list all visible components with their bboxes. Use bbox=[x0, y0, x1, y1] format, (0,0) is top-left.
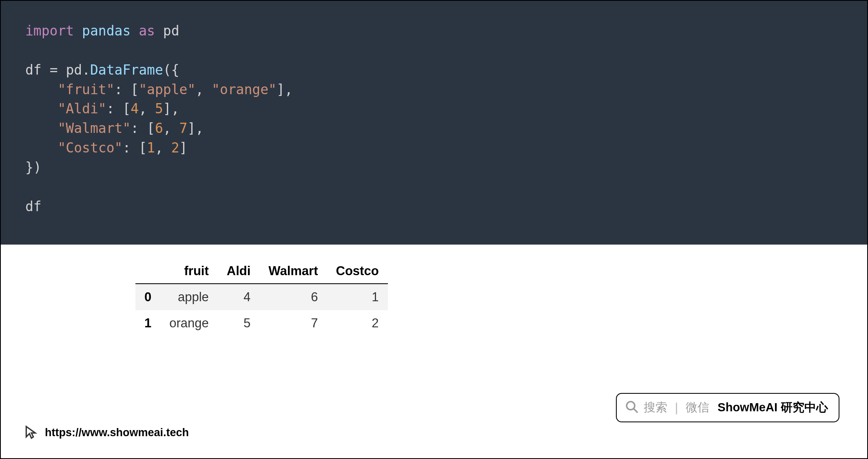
code-line-7: "Costco": [1, 2] bbox=[25, 138, 843, 158]
cell-value: 7 bbox=[259, 310, 327, 336]
code-line-1: import pandas as pd bbox=[25, 21, 843, 41]
number-literal: 5 bbox=[155, 101, 163, 117]
table-row: 1 orange 5 7 2 bbox=[135, 310, 388, 336]
code-line-blank bbox=[25, 177, 843, 197]
string-literal: "apple" bbox=[139, 82, 195, 97]
column-header: fruit bbox=[160, 259, 218, 284]
wechat-label: 微信 bbox=[686, 399, 709, 416]
svg-line-1 bbox=[633, 408, 638, 413]
code-line-10: df bbox=[25, 197, 843, 216]
footer-url: https://www.showmeai.tech bbox=[24, 424, 189, 441]
dict-key: "fruit" bbox=[58, 82, 114, 97]
cursor-pointer-icon bbox=[24, 424, 39, 441]
code-line-5: "Aldi": [4, 5], bbox=[25, 99, 843, 119]
dict-key: "Walmart" bbox=[58, 120, 131, 136]
module-name: pandas bbox=[82, 23, 131, 39]
keyword-import: import bbox=[25, 23, 74, 39]
cell-value: 4 bbox=[218, 284, 260, 310]
search-watermark-box: 搜索 | 微信 ShowMeAI 研究中心 bbox=[616, 393, 839, 422]
number-literal: 6 bbox=[155, 120, 163, 136]
row-index: 1 bbox=[135, 310, 160, 336]
table-row: 0 apple 4 6 1 bbox=[135, 284, 388, 310]
string-literal: "orange" bbox=[212, 82, 277, 97]
row-index: 0 bbox=[135, 284, 160, 310]
code-line-3: df = pd.DataFrame({ bbox=[25, 60, 843, 80]
column-header: Aldi bbox=[218, 259, 260, 284]
cell-value: 5 bbox=[218, 310, 260, 336]
cell-value: 1 bbox=[327, 284, 388, 310]
divider: | bbox=[673, 401, 680, 415]
number-literal: 4 bbox=[131, 101, 139, 117]
dict-key: "Aldi" bbox=[58, 101, 106, 117]
dataframe-output-table: fruit Aldi Walmart Costco 0 apple 4 6 1 … bbox=[135, 259, 388, 336]
code-line-4: "fruit": ["apple", "orange"], bbox=[25, 80, 843, 99]
cell-value: orange bbox=[160, 310, 218, 336]
code-line-blank bbox=[25, 41, 843, 60]
dict-key: "Costco" bbox=[58, 140, 122, 156]
variable: df bbox=[25, 199, 42, 214]
brand-name: ShowMeAI 研究中心 bbox=[717, 399, 828, 416]
code-line-6: "Walmart": [6, 7], bbox=[25, 119, 843, 138]
column-header: Costco bbox=[327, 259, 388, 284]
number-literal: 7 bbox=[179, 120, 188, 136]
number-literal: 1 bbox=[147, 140, 155, 156]
variable: df bbox=[25, 62, 42, 78]
number-literal: 2 bbox=[171, 140, 179, 156]
svg-point-0 bbox=[627, 402, 635, 410]
cell-value: apple bbox=[160, 284, 218, 310]
table-header-row: fruit Aldi Walmart Costco bbox=[135, 259, 388, 284]
alias-name: pd bbox=[163, 23, 179, 39]
code-line-8: }) bbox=[25, 158, 843, 177]
operator: = bbox=[50, 62, 58, 78]
search-label: 搜索 bbox=[644, 399, 667, 416]
code-editor-panel: import pandas as pd df = pd.DataFrame({ … bbox=[1, 1, 867, 245]
cell-value: 2 bbox=[327, 310, 388, 336]
column-header: Walmart bbox=[259, 259, 327, 284]
keyword-as: as bbox=[139, 23, 155, 39]
module-ref: pd bbox=[66, 62, 82, 78]
class-name: DataFrame bbox=[90, 62, 163, 78]
output-panel: fruit Aldi Walmart Costco 0 apple 4 6 1 … bbox=[1, 245, 867, 349]
search-icon bbox=[625, 400, 639, 415]
url-text: https://www.showmeai.tech bbox=[45, 426, 189, 439]
index-header bbox=[135, 259, 160, 284]
cell-value: 6 bbox=[259, 284, 327, 310]
